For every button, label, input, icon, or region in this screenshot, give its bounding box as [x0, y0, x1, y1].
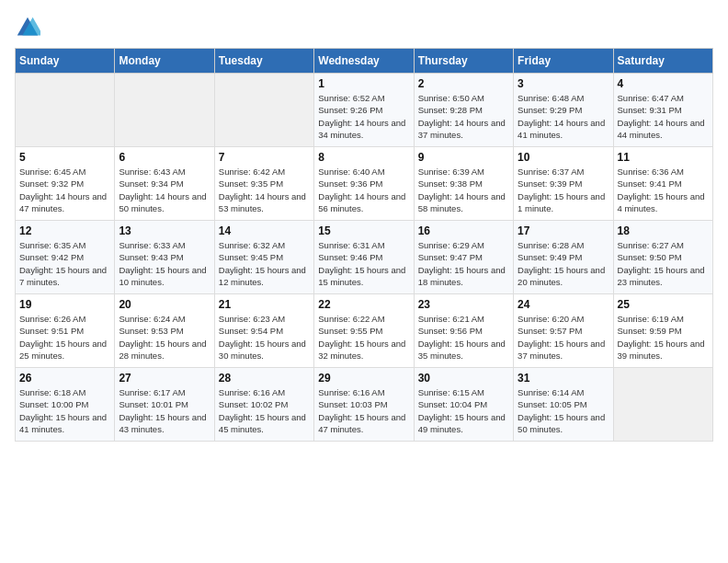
calendar-cell: 14Sunrise: 6:32 AMSunset: 9:45 PMDayligh…	[214, 221, 313, 294]
calendar-cell: 8Sunrise: 6:40 AMSunset: 9:36 PMDaylight…	[314, 147, 414, 221]
day-number: 24	[518, 298, 609, 311]
calendar-cell: 28Sunrise: 6:16 AMSunset: 10:02 PMDaylig…	[214, 368, 313, 442]
day-number: 4	[618, 77, 709, 90]
calendar-cell: 23Sunrise: 6:21 AMSunset: 9:56 PMDayligh…	[414, 294, 513, 368]
day-number: 30	[418, 372, 509, 385]
calendar-cell: 30Sunrise: 6:15 AMSunset: 10:04 PMDaylig…	[414, 368, 513, 442]
day-number: 13	[119, 224, 210, 237]
day-info: Sunrise: 6:39 AMSunset: 9:38 PMDaylight:…	[418, 166, 509, 214]
day-info: Sunrise: 6:35 AMSunset: 9:42 PMDaylight:…	[19, 239, 110, 288]
day-info: Sunrise: 6:47 AMSunset: 9:31 PMDaylight:…	[618, 92, 709, 141]
day-number: 29	[318, 372, 409, 385]
day-number: 22	[318, 298, 409, 311]
calendar-table: SundayMondayTuesdayWednesdayThursdayFrid…	[15, 48, 713, 442]
day-info: Sunrise: 6:29 AMSunset: 9:47 PMDaylight:…	[418, 239, 509, 288]
day-info: Sunrise: 6:52 AMSunset: 9:26 PMDaylight:…	[318, 92, 409, 141]
day-number: 14	[219, 224, 310, 237]
day-number: 2	[418, 77, 509, 90]
calendar-cell: 17Sunrise: 6:28 AMSunset: 9:49 PMDayligh…	[514, 221, 613, 294]
page-header	[15, 15, 713, 40]
day-number: 23	[418, 298, 509, 311]
day-number: 26	[19, 372, 110, 385]
day-number: 9	[418, 151, 509, 164]
day-number: 20	[119, 298, 210, 311]
calendar-cell: 4Sunrise: 6:47 AMSunset: 9:31 PMDaylight…	[613, 74, 712, 147]
day-info: Sunrise: 6:37 AMSunset: 9:39 PMDaylight:…	[518, 166, 609, 214]
calendar-cell: 25Sunrise: 6:19 AMSunset: 9:59 PMDayligh…	[613, 294, 712, 368]
day-info: Sunrise: 6:32 AMSunset: 9:45 PMDaylight:…	[219, 239, 310, 288]
day-header-thursday: Thursday	[414, 49, 513, 74]
calendar-cell: 18Sunrise: 6:27 AMSunset: 9:50 PMDayligh…	[613, 221, 712, 294]
day-header-friday: Friday	[514, 49, 613, 74]
day-info: Sunrise: 6:45 AMSunset: 9:32 PMDaylight:…	[19, 166, 110, 214]
day-number: 16	[418, 224, 509, 237]
day-info: Sunrise: 6:16 AMSunset: 10:03 PMDaylight…	[318, 386, 409, 435]
day-header-monday: Monday	[115, 49, 214, 74]
calendar-cell: 22Sunrise: 6:22 AMSunset: 9:55 PMDayligh…	[314, 294, 414, 368]
day-number: 31	[518, 372, 609, 385]
day-header-saturday: Saturday	[613, 49, 712, 74]
calendar-cell: 12Sunrise: 6:35 AMSunset: 9:42 PMDayligh…	[16, 221, 115, 294]
day-number: 7	[219, 151, 310, 164]
day-info: Sunrise: 6:36 AMSunset: 9:41 PMDaylight:…	[618, 166, 709, 214]
day-header-sunday: Sunday	[16, 49, 115, 74]
calendar-cell: 6Sunrise: 6:43 AMSunset: 9:34 PMDaylight…	[115, 147, 214, 221]
day-info: Sunrise: 6:48 AMSunset: 9:29 PMDaylight:…	[518, 92, 609, 141]
week-row-1: 1Sunrise: 6:52 AMSunset: 9:26 PMDaylight…	[16, 74, 713, 147]
day-number: 11	[618, 151, 709, 164]
day-number: 8	[318, 151, 409, 164]
day-number: 6	[119, 151, 210, 164]
day-number: 12	[19, 224, 110, 237]
calendar-cell: 24Sunrise: 6:20 AMSunset: 9:57 PMDayligh…	[514, 294, 613, 368]
day-info: Sunrise: 6:16 AMSunset: 10:02 PMDaylight…	[219, 386, 310, 435]
day-number: 18	[618, 224, 709, 237]
calendar-cell: 19Sunrise: 6:26 AMSunset: 9:51 PMDayligh…	[16, 294, 115, 368]
week-row-2: 5Sunrise: 6:45 AMSunset: 9:32 PMDaylight…	[16, 147, 713, 221]
calendar-cell: 26Sunrise: 6:18 AMSunset: 10:00 PMDaylig…	[16, 368, 115, 442]
calendar-cell: 21Sunrise: 6:23 AMSunset: 9:54 PMDayligh…	[214, 294, 313, 368]
day-number: 28	[219, 372, 310, 385]
day-info: Sunrise: 6:28 AMSunset: 9:49 PMDaylight:…	[518, 239, 609, 288]
day-number: 1	[318, 77, 409, 90]
day-info: Sunrise: 6:20 AMSunset: 9:57 PMDaylight:…	[518, 313, 609, 362]
day-info: Sunrise: 6:31 AMSunset: 9:46 PMDaylight:…	[318, 239, 409, 288]
week-row-5: 26Sunrise: 6:18 AMSunset: 10:00 PMDaylig…	[16, 368, 713, 442]
day-info: Sunrise: 6:22 AMSunset: 9:55 PMDaylight:…	[318, 313, 409, 362]
day-info: Sunrise: 6:40 AMSunset: 9:36 PMDaylight:…	[318, 166, 409, 214]
calendar-cell: 10Sunrise: 6:37 AMSunset: 9:39 PMDayligh…	[514, 147, 613, 221]
day-info: Sunrise: 6:19 AMSunset: 9:59 PMDaylight:…	[618, 313, 709, 362]
calendar-cell	[214, 74, 313, 147]
day-number: 27	[119, 372, 210, 385]
day-number: 19	[19, 298, 110, 311]
calendar-cell: 11Sunrise: 6:36 AMSunset: 9:41 PMDayligh…	[613, 147, 712, 221]
day-info: Sunrise: 6:14 AMSunset: 10:05 PMDaylight…	[518, 386, 609, 435]
calendar-cell: 3Sunrise: 6:48 AMSunset: 9:29 PMDaylight…	[514, 74, 613, 147]
day-header-tuesday: Tuesday	[214, 49, 313, 74]
calendar-cell: 1Sunrise: 6:52 AMSunset: 9:26 PMDaylight…	[314, 74, 414, 147]
logo-icon	[15, 15, 40, 40]
day-info: Sunrise: 6:21 AMSunset: 9:56 PMDaylight:…	[418, 313, 509, 362]
day-info: Sunrise: 6:18 AMSunset: 10:00 PMDaylight…	[19, 386, 110, 435]
calendar-cell: 27Sunrise: 6:17 AMSunset: 10:01 PMDaylig…	[115, 368, 214, 442]
day-number: 15	[318, 224, 409, 237]
day-info: Sunrise: 6:17 AMSunset: 10:01 PMDaylight…	[119, 386, 210, 435]
day-info: Sunrise: 6:24 AMSunset: 9:53 PMDaylight:…	[119, 313, 210, 362]
calendar-cell: 16Sunrise: 6:29 AMSunset: 9:47 PMDayligh…	[414, 221, 513, 294]
day-number: 25	[618, 298, 709, 311]
day-info: Sunrise: 6:23 AMSunset: 9:54 PMDaylight:…	[219, 313, 310, 362]
calendar-cell	[613, 368, 712, 442]
calendar-cell	[16, 74, 115, 147]
calendar-cell: 15Sunrise: 6:31 AMSunset: 9:46 PMDayligh…	[314, 221, 414, 294]
calendar-cell: 7Sunrise: 6:42 AMSunset: 9:35 PMDaylight…	[214, 147, 313, 221]
day-number: 5	[19, 151, 110, 164]
day-number: 10	[518, 151, 609, 164]
day-info: Sunrise: 6:50 AMSunset: 9:28 PMDaylight:…	[418, 92, 509, 141]
day-header-wednesday: Wednesday	[314, 49, 414, 74]
day-info: Sunrise: 6:33 AMSunset: 9:43 PMDaylight:…	[119, 239, 210, 288]
calendar-cell: 2Sunrise: 6:50 AMSunset: 9:28 PMDaylight…	[414, 74, 513, 147]
day-info: Sunrise: 6:27 AMSunset: 9:50 PMDaylight:…	[618, 239, 709, 288]
week-row-3: 12Sunrise: 6:35 AMSunset: 9:42 PMDayligh…	[16, 221, 713, 294]
calendar-cell: 29Sunrise: 6:16 AMSunset: 10:03 PMDaylig…	[314, 368, 414, 442]
calendar-cell	[115, 74, 214, 147]
day-info: Sunrise: 6:43 AMSunset: 9:34 PMDaylight:…	[119, 166, 210, 214]
